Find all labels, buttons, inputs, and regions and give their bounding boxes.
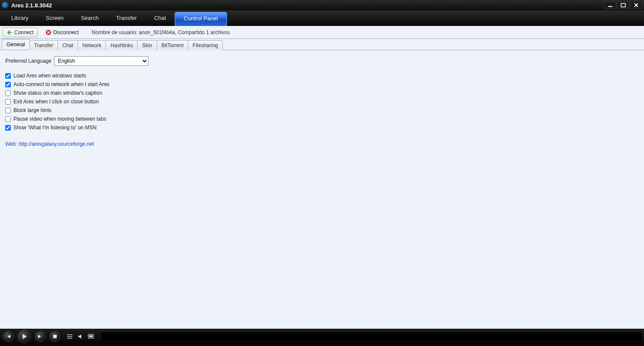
fullscreen-icon xyxy=(88,333,94,340)
connection-toolbar: Connect Disconnect Nombre de usuario: an… xyxy=(0,26,644,39)
volume-button[interactable] xyxy=(77,333,84,340)
maximize-icon xyxy=(621,3,626,7)
next-icon xyxy=(38,334,43,339)
playlist-icon xyxy=(67,333,73,340)
playlist-button[interactable] xyxy=(67,333,74,340)
general-options: Load Ares when windows starts Auto-conne… xyxy=(5,73,639,131)
tab-skin[interactable]: Skin xyxy=(137,40,157,50)
play-button[interactable] xyxy=(17,330,31,343)
check-label: Show 'What I'm listening to' on MSN xyxy=(13,125,97,131)
check-label: Exit Ares when I click on close button xyxy=(13,99,99,105)
prev-button[interactable] xyxy=(3,331,14,342)
nav-search[interactable]: Search xyxy=(72,12,107,26)
player-bar xyxy=(0,329,644,344)
check-load-startup[interactable] xyxy=(5,73,11,79)
main-nav: Library Screen Search Transfer Chat Cont… xyxy=(0,10,644,26)
settings-tabs: General Transfer Chat Network Hashlinks … xyxy=(0,39,644,50)
play-icon xyxy=(21,333,27,340)
stop-button[interactable] xyxy=(49,331,61,342)
check-label: Block large hints xyxy=(13,107,52,113)
tab-chat[interactable]: Chat xyxy=(58,40,78,50)
check-label: Show status on main window's caption xyxy=(13,90,102,96)
volume-icon xyxy=(77,333,84,340)
app-title: Ares 2.1.8.3042 xyxy=(11,2,52,9)
svg-point-5 xyxy=(67,336,68,337)
connect-button[interactable]: Connect xyxy=(3,28,38,37)
minimize-icon xyxy=(608,3,613,7)
check-label: Load Ares when windows starts xyxy=(13,73,86,79)
maximize-button[interactable] xyxy=(617,1,629,9)
track-display xyxy=(101,332,641,341)
close-button[interactable] xyxy=(630,1,642,9)
next-button[interactable] xyxy=(35,331,46,342)
check-pause-video[interactable] xyxy=(5,116,11,122)
status-text: Nombre de usuario: anon_501f4b4a, Compar… xyxy=(92,29,230,35)
connect-label: Connect xyxy=(14,29,34,35)
footer-strip xyxy=(0,344,644,346)
check-label: Auto-connect to network when I start Are… xyxy=(13,81,109,87)
check-msn-listening[interactable] xyxy=(5,125,11,131)
nav-control-panel[interactable]: Control Panel xyxy=(175,12,227,26)
web-link[interactable]: Web: http://aresgalaxy.sourceforge.net xyxy=(5,141,639,147)
svg-point-4 xyxy=(67,334,68,335)
minimize-button[interactable] xyxy=(604,1,616,9)
svg-rect-1 xyxy=(621,3,625,7)
nav-library[interactable]: Library xyxy=(3,12,37,26)
tab-network[interactable]: Network xyxy=(77,40,106,50)
svg-rect-8 xyxy=(89,335,93,337)
title-bar: Ares 2.1.8.3042 xyxy=(0,0,644,10)
check-auto-connect[interactable] xyxy=(5,82,11,87)
svg-rect-3 xyxy=(53,335,57,338)
check-label: Pause video when moving between tabs xyxy=(13,116,106,122)
preferred-language-label: Preferred Language xyxy=(5,58,52,64)
app-icon xyxy=(2,2,9,9)
nav-screen[interactable]: Screen xyxy=(37,12,72,26)
disconnect-label: Disconnect xyxy=(53,29,79,35)
fullscreen-button[interactable] xyxy=(87,333,94,340)
prev-icon xyxy=(6,334,11,339)
check-show-status[interactable] xyxy=(5,90,11,96)
nav-chat[interactable]: Chat xyxy=(145,12,174,26)
cross-circle-icon xyxy=(45,29,52,35)
tab-bittorrent[interactable]: BitTorrent xyxy=(157,40,188,50)
tab-hashlinks[interactable]: Hashlinks xyxy=(106,40,138,50)
tab-transfer[interactable]: Transfer xyxy=(29,40,58,50)
stop-icon xyxy=(52,334,58,339)
disconnect-button[interactable]: Disconnect xyxy=(42,28,82,37)
settings-content: Preferred Language English Load Ares whe… xyxy=(0,50,644,329)
tab-general[interactable]: General xyxy=(2,39,30,50)
close-icon xyxy=(634,3,639,7)
svg-rect-0 xyxy=(608,6,612,7)
arrow-left-icon xyxy=(6,29,13,35)
language-select[interactable]: English xyxy=(54,56,148,66)
check-exit-on-close[interactable] xyxy=(5,99,11,105)
check-block-hints[interactable] xyxy=(5,108,11,113)
svg-point-6 xyxy=(67,338,68,339)
nav-transfer[interactable]: Transfer xyxy=(107,12,145,26)
tab-filesharing[interactable]: Filesharing xyxy=(188,40,223,50)
